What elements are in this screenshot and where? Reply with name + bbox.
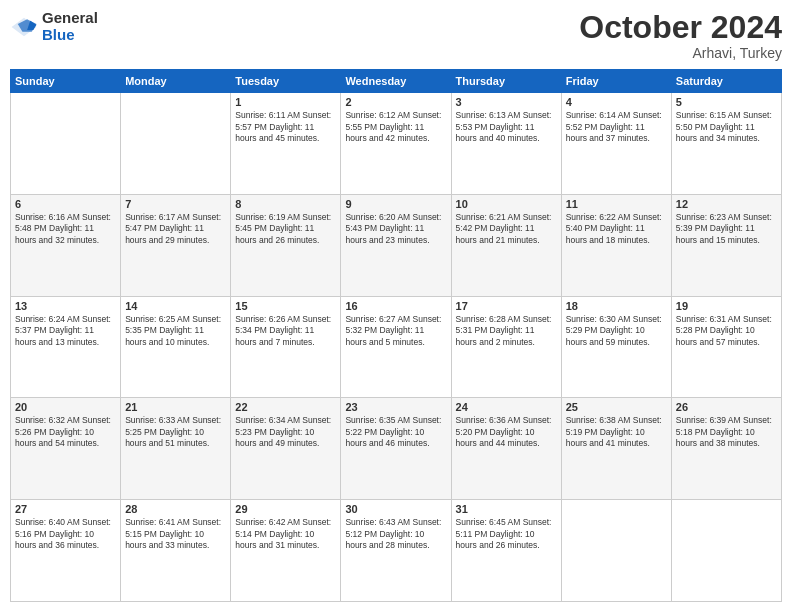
calendar-cell: 20Sunrise: 6:32 AM Sunset: 5:26 PM Dayli… xyxy=(11,398,121,500)
calendar-cell: 2Sunrise: 6:12 AM Sunset: 5:55 PM Daylig… xyxy=(341,93,451,195)
day-number: 9 xyxy=(345,198,446,210)
cell-content: Sunrise: 6:40 AM Sunset: 5:16 PM Dayligh… xyxy=(15,517,116,551)
calendar-cell xyxy=(671,500,781,602)
title-block: October 2024 Arhavi, Turkey xyxy=(579,10,782,61)
calendar-cell: 17Sunrise: 6:28 AM Sunset: 5:31 PM Dayli… xyxy=(451,296,561,398)
cell-content: Sunrise: 6:35 AM Sunset: 5:22 PM Dayligh… xyxy=(345,415,446,449)
logo-text: General Blue xyxy=(42,10,98,43)
calendar-cell: 7Sunrise: 6:17 AM Sunset: 5:47 PM Daylig… xyxy=(121,194,231,296)
day-number: 12 xyxy=(676,198,777,210)
day-number: 30 xyxy=(345,503,446,515)
day-number: 22 xyxy=(235,401,336,413)
day-number: 2 xyxy=(345,96,446,108)
cell-content: Sunrise: 6:32 AM Sunset: 5:26 PM Dayligh… xyxy=(15,415,116,449)
calendar-cell: 23Sunrise: 6:35 AM Sunset: 5:22 PM Dayli… xyxy=(341,398,451,500)
calendar-cell: 26Sunrise: 6:39 AM Sunset: 5:18 PM Dayli… xyxy=(671,398,781,500)
day-number: 17 xyxy=(456,300,557,312)
cell-content: Sunrise: 6:34 AM Sunset: 5:23 PM Dayligh… xyxy=(235,415,336,449)
calendar-cell: 6Sunrise: 6:16 AM Sunset: 5:48 PM Daylig… xyxy=(11,194,121,296)
calendar-cell: 15Sunrise: 6:26 AM Sunset: 5:34 PM Dayli… xyxy=(231,296,341,398)
day-number: 31 xyxy=(456,503,557,515)
day-number: 19 xyxy=(676,300,777,312)
day-number: 28 xyxy=(125,503,226,515)
day-number: 6 xyxy=(15,198,116,210)
calendar-week-1: 1Sunrise: 6:11 AM Sunset: 5:57 PM Daylig… xyxy=(11,93,782,195)
calendar-cell: 22Sunrise: 6:34 AM Sunset: 5:23 PM Dayli… xyxy=(231,398,341,500)
calendar-cell: 3Sunrise: 6:13 AM Sunset: 5:53 PM Daylig… xyxy=(451,93,561,195)
cell-content: Sunrise: 6:12 AM Sunset: 5:55 PM Dayligh… xyxy=(345,110,446,144)
day-number: 8 xyxy=(235,198,336,210)
weekday-header-friday: Friday xyxy=(561,70,671,93)
calendar-table: SundayMondayTuesdayWednesdayThursdayFrid… xyxy=(10,69,782,602)
cell-content: Sunrise: 6:30 AM Sunset: 5:29 PM Dayligh… xyxy=(566,314,667,348)
page: General Blue October 2024 Arhavi, Turkey… xyxy=(0,0,792,612)
cell-content: Sunrise: 6:24 AM Sunset: 5:37 PM Dayligh… xyxy=(15,314,116,348)
cell-content: Sunrise: 6:14 AM Sunset: 5:52 PM Dayligh… xyxy=(566,110,667,144)
day-number: 14 xyxy=(125,300,226,312)
calendar-cell: 28Sunrise: 6:41 AM Sunset: 5:15 PM Dayli… xyxy=(121,500,231,602)
day-number: 15 xyxy=(235,300,336,312)
calendar-cell: 12Sunrise: 6:23 AM Sunset: 5:39 PM Dayli… xyxy=(671,194,781,296)
month-title: October 2024 xyxy=(579,10,782,45)
cell-content: Sunrise: 6:45 AM Sunset: 5:11 PM Dayligh… xyxy=(456,517,557,551)
day-number: 21 xyxy=(125,401,226,413)
cell-content: Sunrise: 6:11 AM Sunset: 5:57 PM Dayligh… xyxy=(235,110,336,144)
calendar-cell: 31Sunrise: 6:45 AM Sunset: 5:11 PM Dayli… xyxy=(451,500,561,602)
day-number: 24 xyxy=(456,401,557,413)
weekday-header-saturday: Saturday xyxy=(671,70,781,93)
day-number: 16 xyxy=(345,300,446,312)
day-number: 4 xyxy=(566,96,667,108)
day-number: 1 xyxy=(235,96,336,108)
calendar-week-3: 13Sunrise: 6:24 AM Sunset: 5:37 PM Dayli… xyxy=(11,296,782,398)
logo: General Blue xyxy=(10,10,98,43)
calendar-cell: 21Sunrise: 6:33 AM Sunset: 5:25 PM Dayli… xyxy=(121,398,231,500)
cell-content: Sunrise: 6:22 AM Sunset: 5:40 PM Dayligh… xyxy=(566,212,667,246)
cell-content: Sunrise: 6:19 AM Sunset: 5:45 PM Dayligh… xyxy=(235,212,336,246)
weekday-header-sunday: Sunday xyxy=(11,70,121,93)
calendar-cell: 19Sunrise: 6:31 AM Sunset: 5:28 PM Dayli… xyxy=(671,296,781,398)
calendar-cell: 25Sunrise: 6:38 AM Sunset: 5:19 PM Dayli… xyxy=(561,398,671,500)
calendar-week-4: 20Sunrise: 6:32 AM Sunset: 5:26 PM Dayli… xyxy=(11,398,782,500)
calendar-cell: 11Sunrise: 6:22 AM Sunset: 5:40 PM Dayli… xyxy=(561,194,671,296)
day-number: 11 xyxy=(566,198,667,210)
cell-content: Sunrise: 6:13 AM Sunset: 5:53 PM Dayligh… xyxy=(456,110,557,144)
calendar-cell: 10Sunrise: 6:21 AM Sunset: 5:42 PM Dayli… xyxy=(451,194,561,296)
cell-content: Sunrise: 6:23 AM Sunset: 5:39 PM Dayligh… xyxy=(676,212,777,246)
cell-content: Sunrise: 6:43 AM Sunset: 5:12 PM Dayligh… xyxy=(345,517,446,551)
cell-content: Sunrise: 6:17 AM Sunset: 5:47 PM Dayligh… xyxy=(125,212,226,246)
calendar-cell: 13Sunrise: 6:24 AM Sunset: 5:37 PM Dayli… xyxy=(11,296,121,398)
cell-content: Sunrise: 6:28 AM Sunset: 5:31 PM Dayligh… xyxy=(456,314,557,348)
cell-content: Sunrise: 6:21 AM Sunset: 5:42 PM Dayligh… xyxy=(456,212,557,246)
cell-content: Sunrise: 6:42 AM Sunset: 5:14 PM Dayligh… xyxy=(235,517,336,551)
weekday-header-wednesday: Wednesday xyxy=(341,70,451,93)
calendar-cell: 24Sunrise: 6:36 AM Sunset: 5:20 PM Dayli… xyxy=(451,398,561,500)
day-number: 25 xyxy=(566,401,667,413)
cell-content: Sunrise: 6:38 AM Sunset: 5:19 PM Dayligh… xyxy=(566,415,667,449)
calendar-cell xyxy=(561,500,671,602)
calendar-cell: 29Sunrise: 6:42 AM Sunset: 5:14 PM Dayli… xyxy=(231,500,341,602)
cell-content: Sunrise: 6:15 AM Sunset: 5:50 PM Dayligh… xyxy=(676,110,777,144)
cell-content: Sunrise: 6:27 AM Sunset: 5:32 PM Dayligh… xyxy=(345,314,446,348)
calendar-week-2: 6Sunrise: 6:16 AM Sunset: 5:48 PM Daylig… xyxy=(11,194,782,296)
day-number: 27 xyxy=(15,503,116,515)
calendar-cell: 9Sunrise: 6:20 AM Sunset: 5:43 PM Daylig… xyxy=(341,194,451,296)
weekday-header-thursday: Thursday xyxy=(451,70,561,93)
calendar-cell: 27Sunrise: 6:40 AM Sunset: 5:16 PM Dayli… xyxy=(11,500,121,602)
day-number: 26 xyxy=(676,401,777,413)
cell-content: Sunrise: 6:33 AM Sunset: 5:25 PM Dayligh… xyxy=(125,415,226,449)
cell-content: Sunrise: 6:16 AM Sunset: 5:48 PM Dayligh… xyxy=(15,212,116,246)
day-number: 3 xyxy=(456,96,557,108)
cell-content: Sunrise: 6:41 AM Sunset: 5:15 PM Dayligh… xyxy=(125,517,226,551)
calendar-cell: 5Sunrise: 6:15 AM Sunset: 5:50 PM Daylig… xyxy=(671,93,781,195)
day-number: 5 xyxy=(676,96,777,108)
logo-icon xyxy=(10,16,38,38)
calendar-cell xyxy=(11,93,121,195)
day-number: 23 xyxy=(345,401,446,413)
calendar-cell: 14Sunrise: 6:25 AM Sunset: 5:35 PM Dayli… xyxy=(121,296,231,398)
day-number: 7 xyxy=(125,198,226,210)
calendar-cell xyxy=(121,93,231,195)
day-number: 18 xyxy=(566,300,667,312)
location-subtitle: Arhavi, Turkey xyxy=(579,45,782,61)
day-number: 29 xyxy=(235,503,336,515)
day-number: 10 xyxy=(456,198,557,210)
